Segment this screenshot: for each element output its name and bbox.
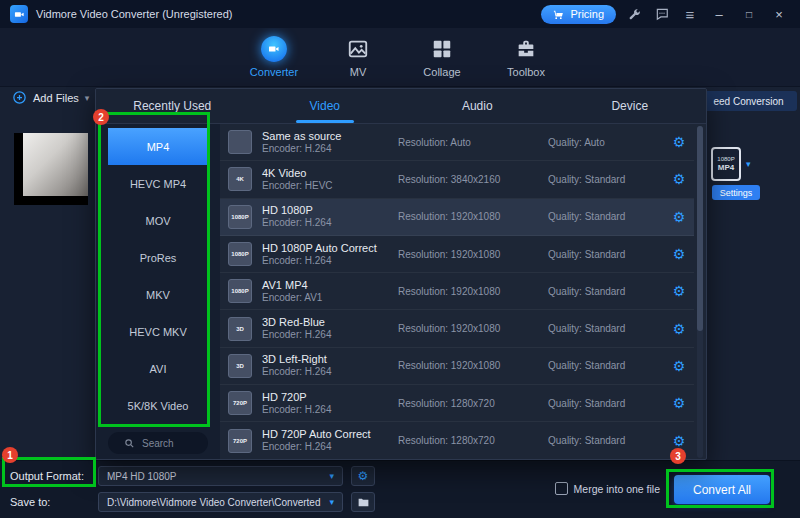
preset-row-3d-left-right[interactable]: 3D 3D Left-Right Encoder: H.264 Resoluti…	[220, 348, 694, 385]
pricing-button[interactable]: Pricing	[541, 5, 616, 24]
preset-format-icon	[228, 130, 252, 154]
sidebar-item-hevc-mkv-label: HEVC MKV	[129, 326, 186, 338]
feedback-chat-icon[interactable]	[652, 4, 672, 24]
checkbox-icon	[555, 482, 568, 495]
add-files-button[interactable]: Add Files ▾	[12, 90, 89, 105]
tab-converter-label: Converter	[250, 66, 298, 78]
preset-settings-gear-icon[interactable]: ⚙	[668, 395, 690, 411]
preset-icon-badge: 4K	[236, 176, 244, 182]
step-badge-3: 3	[670, 448, 686, 464]
convert-all-button[interactable]: Convert All	[674, 475, 770, 504]
app-window: Vidmore Video Converter (Unregistered) P…	[0, 0, 800, 518]
sidebar-item-mp4[interactable]: MP4	[108, 128, 208, 165]
tab-mv[interactable]: MV	[326, 36, 390, 78]
format-chip-resolution: 1080P	[717, 156, 734, 162]
merge-into-one-file-checkbox[interactable]: Merge into one file	[555, 482, 660, 495]
preset-settings-gear-icon[interactable]: ⚙	[668, 321, 690, 337]
sidebar-item-prores-label: ProRes	[140, 252, 177, 264]
tab-audio-label: Audio	[462, 99, 493, 113]
output-settings-gear-button[interactable]: ⚙	[351, 466, 375, 486]
tab-device[interactable]: Device	[554, 89, 707, 123]
step-badge-2: 2	[93, 109, 109, 125]
sidebar-item-mkv[interactable]: MKV	[108, 276, 208, 313]
sidebar-item-mov[interactable]: MOV	[108, 202, 208, 239]
preset-icon-badge: 720P	[233, 438, 247, 444]
preset-text: HD 1080P Auto Correct Encoder: H.264	[262, 242, 388, 267]
preset-list-scrollbar[interactable]	[697, 126, 703, 458]
sidebar-item-avi[interactable]: AVI	[108, 350, 208, 387]
tab-converter[interactable]: Converter	[242, 36, 306, 78]
output-format-caret-icon: ▾	[329, 471, 334, 481]
preset-settings-gear-icon[interactable]: ⚙	[668, 283, 690, 299]
tab-video-label: Video	[310, 99, 340, 113]
step-1-number: 1	[7, 450, 13, 461]
main-nav: Converter MV Collage Toolbox	[0, 28, 800, 87]
sidebar-item-prores[interactable]: ProRes	[108, 239, 208, 276]
preset-row-av1-mp4[interactable]: 1080P AV1 MP4 Encoder: AV1 Resolution: 1…	[220, 273, 694, 310]
format-search-box[interactable]	[108, 432, 208, 454]
preset-encoder: Encoder: H.264	[262, 441, 388, 453]
preset-row-hd-1080p[interactable]: 1080P HD 1080P Encoder: H.264 Resolution…	[220, 199, 694, 236]
preset-text: AV1 MP4 Encoder: AV1	[262, 279, 388, 304]
preset-list: Same as source Encoder: H.264 Resolution…	[220, 124, 706, 460]
preset-row-same-as-source[interactable]: Same as source Encoder: H.264 Resolution…	[220, 124, 694, 161]
preset-row-hd-1080p-auto-correct[interactable]: 1080P HD 1080P Auto Correct Encoder: H.2…	[220, 236, 694, 273]
sidebar-item-hevc-mp4-label: HEVC MP4	[130, 178, 186, 190]
preset-settings-gear-icon[interactable]: ⚙	[668, 171, 690, 187]
preset-encoder: Encoder: H.264	[262, 255, 388, 267]
tab-toolbox[interactable]: Toolbox	[494, 36, 558, 78]
sidebar-item-hevc-mp4[interactable]: HEVC MP4	[108, 165, 208, 202]
preset-format-icon: 4K	[228, 167, 252, 191]
format-dropdown-caret-icon: ▾	[746, 159, 751, 169]
sidebar-item-5k8k-label: 5K/8K Video	[128, 400, 189, 412]
preset-settings-gear-icon[interactable]: ⚙	[668, 358, 690, 374]
tab-audio[interactable]: Audio	[401, 89, 554, 123]
minimize-button[interactable]: –	[708, 4, 730, 24]
output-format-selector[interactable]: 1080P MP4 ▾	[711, 147, 751, 181]
tab-recently-used[interactable]: Recently Used	[96, 89, 249, 123]
save-to-value: D:\Vidmore\Vidmore Video Converter\Conve…	[107, 497, 320, 508]
output-format-row: Output Format: MP4 HD 1080P ▾ ⚙	[0, 465, 375, 487]
format-panel-body: MP4 HEVC MP4 MOV ProRes MKV HEVC MKV AVI…	[96, 124, 706, 460]
preset-resolution: Resolution: 1920x1080	[398, 249, 538, 260]
scrollbar-thumb[interactable]	[697, 126, 703, 331]
search-input[interactable]	[140, 437, 192, 450]
preset-row-3d-red-blue[interactable]: 3D 3D Red-Blue Encoder: H.264 Resolution…	[220, 310, 694, 347]
preset-row-hd-720p[interactable]: 720P HD 720P Encoder: H.264 Resolution: …	[220, 385, 694, 422]
close-button[interactable]: ×	[768, 4, 790, 24]
menu-hamburger-icon[interactable]: ≡	[680, 4, 700, 24]
preset-resolution: Resolution: Auto	[398, 137, 538, 148]
file-settings-button[interactable]: Settings	[712, 185, 760, 200]
converter-icon	[261, 36, 287, 62]
preset-row-hd-720p-auto-correct[interactable]: 720P HD 720P Auto Correct Encoder: H.264…	[220, 422, 694, 459]
sidebar-item-hevc-mkv[interactable]: HEVC MKV	[108, 313, 208, 350]
preset-text: 4K Video Encoder: HEVC	[262, 167, 388, 192]
preset-settings-gear-icon[interactable]: ⚙	[668, 433, 690, 449]
folder-icon	[357, 496, 370, 509]
step-badge-1: 1	[2, 447, 18, 463]
maximize-button[interactable]: □	[738, 4, 760, 24]
speed-conversion-banner[interactable]: eed Conversion	[700, 91, 797, 111]
preset-name: HD 720P Auto Correct	[262, 428, 388, 441]
preset-settings-gear-icon[interactable]: ⚙	[668, 209, 690, 225]
sidebar-item-mp4-label: MP4	[147, 141, 170, 153]
preset-text: HD 720P Encoder: H.264	[262, 391, 388, 416]
preset-quality: Quality: Standard	[548, 323, 658, 334]
tab-video[interactable]: Video	[249, 89, 402, 123]
preset-text: HD 1080P Encoder: H.264	[262, 204, 388, 229]
preset-icon-badge: 3D	[236, 326, 244, 332]
preset-resolution: Resolution: 1920x1080	[398, 360, 538, 371]
output-format-dropdown[interactable]: MP4 HD 1080P ▾	[98, 466, 343, 486]
tab-device-label: Device	[611, 99, 648, 113]
register-wrench-icon[interactable]	[624, 4, 644, 24]
save-to-dropdown[interactable]: D:\Vidmore\Vidmore Video Converter\Conve…	[98, 492, 343, 512]
preset-row-4k-video[interactable]: 4K 4K Video Encoder: HEVC Resolution: 38…	[220, 161, 694, 198]
open-folder-button[interactable]	[351, 492, 375, 512]
preset-settings-gear-icon[interactable]: ⚙	[668, 134, 690, 150]
sidebar-item-5k8k[interactable]: 5K/8K Video	[108, 387, 208, 424]
preset-name: 3D Left-Right	[262, 353, 388, 366]
tab-collage[interactable]: Collage	[410, 36, 474, 78]
preset-text: 3D Left-Right Encoder: H.264	[262, 353, 388, 378]
preset-settings-gear-icon[interactable]: ⚙	[668, 246, 690, 262]
preset-quality: Quality: Standard	[548, 360, 658, 371]
